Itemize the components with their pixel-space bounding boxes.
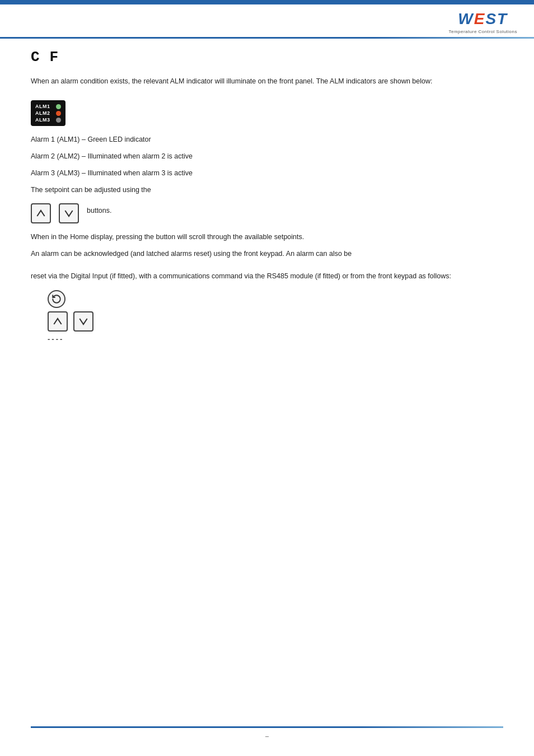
reset-step-3: ---- (48, 335, 503, 343)
alm-panel: ALM1 ALM2 ALM3 (31, 100, 65, 126)
reset-up-button[interactable] (48, 311, 68, 332)
alm2-row: ALM2 (35, 110, 61, 116)
cf-display: C F (31, 49, 503, 66)
logo-subtitle: Temperature Control Solutions (448, 29, 517, 34)
page-number: – (31, 732, 503, 739)
reset-steps: ---- (48, 290, 503, 343)
alm1-label: ALM1 (35, 104, 53, 109)
alm2-label: ALM2 (35, 110, 53, 116)
cf-section: C F (31, 49, 503, 66)
top-bar (0, 0, 534, 4)
letter-f: F (50, 49, 59, 66)
header-separator (0, 37, 534, 39)
reset-icon (48, 290, 65, 308)
alm2-dot (56, 111, 61, 116)
alm1-row: ALM1 (35, 104, 61, 109)
header: WEST Temperature Control Solutions (0, 4, 534, 37)
down-button[interactable] (59, 203, 79, 223)
alm3-label: ALM3 (35, 117, 53, 123)
nav-btn-description: buttons. (87, 205, 111, 216)
alm3-row: ALM3 (35, 117, 61, 123)
reset-step-1 (48, 290, 503, 308)
letter-c: C (31, 49, 40, 66)
body-para-7: An alarm can be acknowledged (and latche… (31, 248, 503, 259)
bottom-separator (31, 726, 503, 728)
bottom-bar: – (0, 726, 534, 739)
logo-area: WEST Temperature Control Solutions (448, 10, 517, 34)
body-para-1: When an alarm condition exists, the rele… (31, 76, 503, 87)
reset-intro: reset via the Digital Input (if fitted),… (31, 270, 503, 282)
west-logo: WEST (458, 10, 508, 28)
body-para-4: Alarm 3 (ALM3) – Illuminated when alarm … (31, 167, 503, 179)
dash-display: ---- (48, 335, 64, 343)
alm3-dot (56, 118, 61, 123)
main-content: C F When an alarm condition exists, the … (0, 49, 534, 343)
body-para-3: Alarm 2 (ALM2) – Illuminated when alarm … (31, 151, 503, 162)
reset-down-button[interactable] (73, 311, 93, 332)
up-button[interactable] (31, 203, 51, 223)
body-para-5: The setpoint can be adjusted using the (31, 184, 503, 195)
body-para-2: Alarm 1 (ALM1) – Green LED indicator (31, 134, 503, 145)
alm1-dot (56, 104, 61, 109)
reset-section: reset via the Digital Input (if fitted),… (31, 270, 503, 343)
nav-buttons-row: buttons. (31, 203, 503, 223)
body-para-6: When in the Home display, pressing the b… (31, 231, 503, 242)
reset-step-2 (48, 311, 503, 332)
